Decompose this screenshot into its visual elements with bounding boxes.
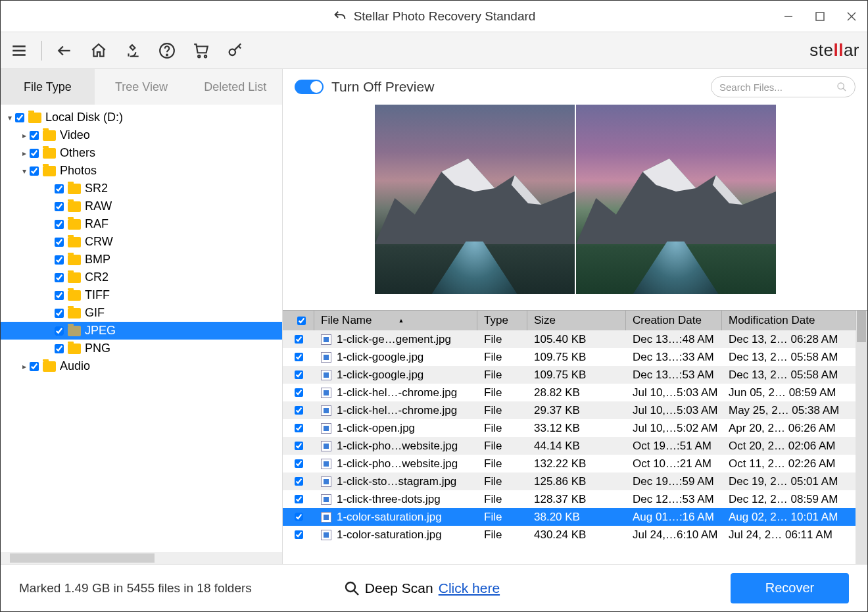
back-icon[interactable] bbox=[54, 40, 75, 61]
tree-node-root[interactable]: ▾Local Disk (D:) bbox=[1, 109, 282, 126]
cell-file-name: 1-click-open.jpg bbox=[337, 422, 415, 435]
table-row[interactable]: 1-click-sto…stagram.jpg File 125.86 KB D… bbox=[283, 472, 856, 490]
cell-modification-date: Jun 05, 2… 08:59 AM bbox=[722, 386, 856, 399]
menu-icon[interactable] bbox=[9, 40, 30, 61]
caret-icon[interactable]: ▾ bbox=[19, 166, 30, 176]
caret-icon[interactable]: ▸ bbox=[19, 149, 30, 158]
table-body: 1-click-ge…gement.jpg File 105.40 KB Dec… bbox=[283, 330, 856, 544]
tree-checkbox[interactable] bbox=[55, 238, 64, 247]
table-row[interactable]: 1-click-ge…gement.jpg File 105.40 KB Dec… bbox=[283, 330, 856, 348]
tree-node-others[interactable]: ▸Others bbox=[1, 144, 282, 162]
cell-creation-date: Jul 10,…5:03 AM bbox=[626, 404, 722, 417]
tree-node-gif[interactable]: GIF bbox=[1, 304, 282, 322]
preview-toggle[interactable] bbox=[295, 80, 324, 94]
folder-tree[interactable]: ▾Local Disk (D:)▸Video▸Others▾PhotosSR2R… bbox=[1, 105, 282, 552]
sidebar-tabs: File Type Tree View Deleted List bbox=[1, 69, 282, 105]
caret-icon[interactable]: ▸ bbox=[19, 131, 30, 140]
cell-file-name: 1-click-three-dots.jpg bbox=[337, 493, 441, 506]
tree-label: BMP bbox=[85, 253, 110, 267]
tree-checkbox[interactable] bbox=[55, 273, 64, 282]
search-input[interactable]: Search Files... bbox=[711, 76, 856, 97]
row-checkbox[interactable] bbox=[295, 495, 303, 503]
row-checkbox[interactable] bbox=[295, 335, 303, 344]
row-checkbox[interactable] bbox=[295, 406, 303, 415]
table-row[interactable]: 1-click-google.jpg File 109.75 KB Dec 13… bbox=[283, 366, 856, 384]
tree-label: JPEG bbox=[85, 324, 116, 338]
tab-tree-view[interactable]: Tree View bbox=[95, 69, 189, 105]
file-icon bbox=[321, 441, 331, 451]
tree-node-raw[interactable]: RAW bbox=[1, 197, 282, 215]
tab-deleted-list[interactable]: Deleted List bbox=[188, 69, 282, 105]
home-icon[interactable] bbox=[88, 40, 109, 61]
tree-node-sr2[interactable]: SR2 bbox=[1, 180, 282, 197]
cell-file-name: 1-click-ge…gement.jpg bbox=[337, 333, 451, 346]
row-checkbox[interactable] bbox=[295, 424, 303, 432]
table-row[interactable]: 1-click-three-dots.jpg File 128.37 KB De… bbox=[283, 490, 856, 508]
microscope-icon[interactable] bbox=[122, 40, 143, 61]
tree-checkbox[interactable] bbox=[55, 255, 64, 265]
tree-checkbox[interactable] bbox=[55, 202, 64, 211]
tree-label: Video bbox=[60, 128, 90, 142]
tree-checkbox[interactable] bbox=[55, 326, 64, 336]
tree-node-video[interactable]: ▸Video bbox=[1, 126, 282, 144]
table-row[interactable]: 1-color-saturation.jpg File 430.24 KB Ju… bbox=[283, 526, 856, 544]
tree-node-crw[interactable]: CRW bbox=[1, 233, 282, 251]
tree-checkbox[interactable] bbox=[30, 131, 39, 140]
tree-checkbox[interactable] bbox=[55, 184, 64, 193]
minimize-button[interactable] bbox=[773, 1, 804, 32]
row-checkbox[interactable] bbox=[295, 477, 303, 486]
table-row[interactable]: 1-click-hel…-chrome.jpg File 29.37 KB Ju… bbox=[283, 401, 856, 419]
row-checkbox[interactable] bbox=[295, 388, 303, 397]
tree-node-jpeg[interactable]: JPEG bbox=[1, 322, 282, 340]
tree-checkbox[interactable] bbox=[15, 113, 24, 122]
tree-checkbox[interactable] bbox=[30, 166, 39, 176]
header-modification-date[interactable]: Modification Date bbox=[722, 311, 856, 330]
table-row[interactable]: 1-click-pho…website.jpg File 44.14 KB Oc… bbox=[283, 437, 856, 455]
help-icon[interactable] bbox=[157, 40, 178, 61]
row-checkbox[interactable] bbox=[295, 442, 303, 450]
header-file-name[interactable]: File Name▲ bbox=[314, 311, 477, 330]
table-row[interactable]: 1-click-pho…website.jpg File 132.22 KB O… bbox=[283, 455, 856, 472]
tree-node-audio[interactable]: ▸Audio bbox=[1, 357, 282, 375]
close-button[interactable] bbox=[836, 1, 867, 32]
header-size[interactable]: Size bbox=[527, 311, 626, 330]
tree-node-bmp[interactable]: BMP bbox=[1, 251, 282, 268]
deep-scan-link[interactable]: Click here bbox=[439, 580, 500, 596]
tree-node-tiff[interactable]: TIFF bbox=[1, 286, 282, 304]
tree-checkbox[interactable] bbox=[55, 291, 64, 300]
tree-node-png[interactable]: PNG bbox=[1, 340, 282, 357]
cart-icon[interactable] bbox=[191, 40, 212, 61]
key-icon[interactable] bbox=[225, 40, 246, 61]
recover-button[interactable]: Recover bbox=[731, 573, 849, 603]
caret-icon[interactable]: ▾ bbox=[5, 113, 15, 122]
header-type[interactable]: Type bbox=[477, 311, 527, 330]
select-all-checkbox[interactable] bbox=[297, 317, 306, 325]
tab-file-type[interactable]: File Type bbox=[1, 69, 95, 105]
tree-label: Photos bbox=[60, 164, 97, 178]
row-checkbox[interactable] bbox=[295, 370, 303, 379]
row-checkbox[interactable] bbox=[295, 530, 303, 539]
tree-checkbox[interactable] bbox=[55, 309, 64, 318]
caret-icon[interactable]: ▸ bbox=[19, 362, 30, 371]
row-checkbox[interactable] bbox=[295, 353, 303, 361]
table-row[interactable]: 1-click-open.jpg File 33.12 KB Jul 10,…5… bbox=[283, 419, 856, 437]
table-row[interactable]: 1-color-saturation.jpg File 38.20 KB Aug… bbox=[283, 508, 856, 526]
tree-checkbox[interactable] bbox=[30, 362, 39, 371]
tree-node-photos[interactable]: ▾Photos bbox=[1, 162, 282, 180]
tree-node-cr2[interactable]: CR2 bbox=[1, 268, 282, 286]
folder-icon bbox=[68, 344, 81, 354]
tree-checkbox[interactable] bbox=[55, 220, 64, 229]
table-row[interactable]: 1-click-hel…-chrome.jpg File 28.82 KB Ju… bbox=[283, 384, 856, 401]
tree-checkbox[interactable] bbox=[30, 149, 39, 158]
table-row[interactable]: 1-click-google.jpg File 109.75 KB Dec 13… bbox=[283, 348, 856, 366]
maximize-button[interactable] bbox=[804, 1, 836, 32]
cell-size: 44.14 KB bbox=[527, 440, 626, 453]
row-checkbox[interactable] bbox=[295, 459, 303, 468]
undo-icon[interactable] bbox=[333, 9, 347, 24]
tree-node-raf[interactable]: RAF bbox=[1, 215, 282, 233]
tree-checkbox[interactable] bbox=[55, 344, 64, 353]
header-creation-date[interactable]: Creation Date bbox=[626, 311, 722, 330]
sidebar-scrollbar[interactable] bbox=[1, 552, 282, 564]
row-checkbox[interactable] bbox=[295, 513, 303, 521]
vertical-scrollbar[interactable] bbox=[856, 311, 867, 564]
